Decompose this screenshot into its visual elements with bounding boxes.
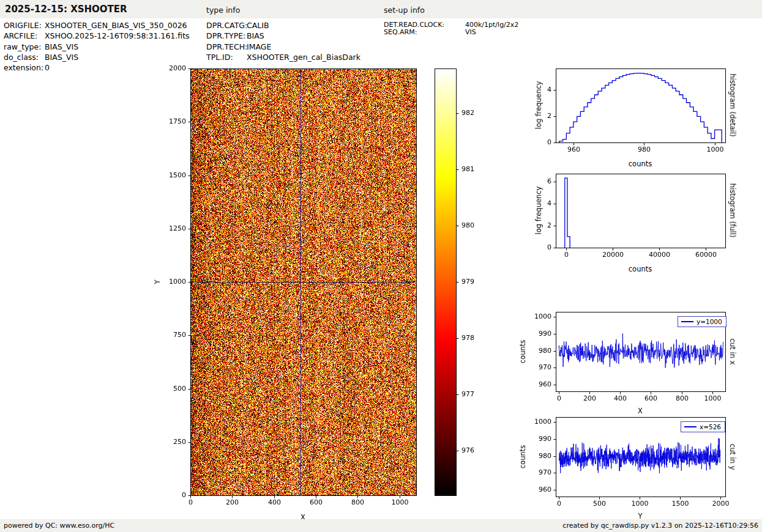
info-value: XSHOO.2025-12-16T09:58:31.161.fits	[45, 31, 190, 40]
info-value: BIAS_VIS	[45, 42, 78, 51]
info-row-seq-arm: SEQ.ARM:VIS	[384, 28, 476, 36]
histogram-detail-chart	[529, 61, 741, 159]
info-value: 0	[45, 63, 50, 72]
colorbar-canvas	[431, 64, 484, 501]
qc-report-page: 2025-12-15: XSHOOTER type info set-up in…	[0, 0, 762, 532]
histogram-full-canvas	[529, 166, 741, 264]
type-info-heading: type info	[206, 6, 240, 15]
page-title: 2025-12-15: XSHOOTER	[5, 4, 127, 15]
cut-y-legend-label: x=526	[700, 423, 721, 430]
cut-x-ylabel: counts	[518, 340, 527, 363]
info-value: IMAGE	[247, 42, 271, 51]
cut-y-side-label: cut in y	[728, 444, 737, 470]
bias-y-axis-label: Y	[153, 279, 162, 284]
cut-y-ylabel: counts	[518, 445, 527, 468]
info-value: VIS	[465, 28, 476, 36]
legend-line-swatch	[684, 426, 697, 427]
info-row-origfile: ORIGFILE:XSHOOTER_GEN_BIAS_VIS_350_0026	[4, 21, 187, 30]
info-value: XSHOOTER_GEN_BIAS_VIS_350_0026	[45, 21, 187, 30]
footer-right-text: created by qc_rawdisp.py v1.2.3 on 2025-…	[562, 522, 758, 530]
footer-bar: powered by QC: www.eso.org/HC created by…	[0, 519, 762, 532]
bias-image-canvas	[153, 61, 425, 526]
histogram-full-ylabel: log frequency	[534, 187, 543, 235]
info-key: DPR.TECH:	[206, 42, 247, 51]
histogram-full-xlabel: counts	[629, 265, 652, 273]
info-row-raw-type: raw_type:BIAS_VIS	[4, 42, 78, 51]
histogram-detail-canvas	[529, 61, 741, 159]
info-key: TPL.ID:	[206, 53, 247, 62]
bias-image-chart	[153, 61, 425, 526]
info-value: BIAS_VIS	[45, 53, 78, 62]
info-row-dpr-tech: DPR.TECH:IMAGE	[206, 42, 271, 51]
histogram-full-chart	[529, 166, 741, 264]
setup-info-heading: set-up info	[384, 6, 425, 15]
info-row-dpr-catg: DPR.CATG:CALIB	[206, 21, 269, 30]
info-row-do-class: do_class:BIAS_VIS	[4, 53, 78, 62]
info-key: ORIGFILE:	[4, 21, 45, 30]
info-key: SEQ.ARM:	[384, 28, 465, 36]
info-key: DPR.TYPE:	[206, 31, 247, 40]
footer-left-text: powered by QC: www.eso.org/HC	[4, 522, 114, 530]
cut-y-legend: x=526	[681, 421, 725, 432]
cut-x-legend-label: y=1000	[697, 318, 722, 325]
histogram-detail-ylabel: log frequency	[534, 81, 543, 130]
legend-line-swatch	[681, 321, 693, 322]
info-key: ARCFILE:	[4, 31, 45, 40]
cut-x-side-label: cut in x	[728, 339, 737, 365]
info-row-dpr-type: DPR.TYPE:BIAS	[206, 31, 264, 40]
info-row-extension: extension:0	[4, 63, 50, 72]
colorbar	[431, 64, 484, 501]
info-value: CALIB	[247, 21, 269, 30]
info-row-tpl-id: TPL.ID:XSHOOTER_gen_cal_BiasDark	[206, 53, 360, 62]
histogram-full-side-label: histogram (full)	[728, 183, 737, 238]
info-key: do_class:	[4, 53, 45, 62]
info-key: raw_type:	[4, 42, 45, 51]
info-key: DPR.CATG:	[206, 21, 247, 30]
info-key: extension:	[4, 63, 45, 72]
cut-x-legend: y=1000	[678, 316, 727, 327]
histogram-detail-side-label: histogram (detail)	[728, 73, 737, 136]
info-value: BIAS	[247, 31, 264, 40]
info-row-arcfile: ARCFILE:XSHOO.2025-12-16T09:58:31.161.fi…	[4, 31, 190, 40]
info-value: XSHOOTER_gen_cal_BiasDark	[247, 53, 360, 62]
